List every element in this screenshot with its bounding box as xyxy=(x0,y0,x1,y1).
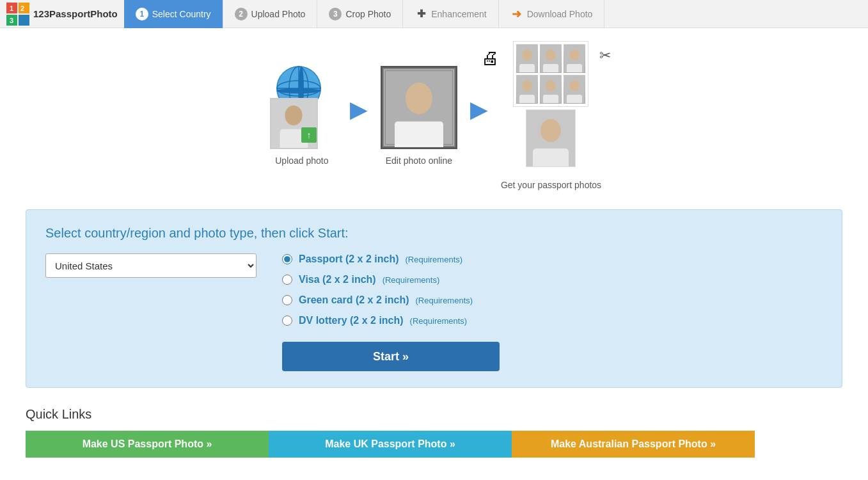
requirements-link-visa[interactable]: (Requirements) xyxy=(383,275,440,285)
requirements-link-green-card[interactable]: (Requirements) xyxy=(416,296,473,305)
svg-point-36 xyxy=(569,80,580,92)
svg-rect-40 xyxy=(533,148,569,166)
selection-title: Select country/region and photo type, th… xyxy=(45,226,823,241)
country-select[interactable]: United States Australia United Kingdom C… xyxy=(45,253,256,278)
flow-step-passport-label: Get your passport photos xyxy=(501,180,601,190)
nav-step-label-upload-photo: Upload Photo xyxy=(251,9,306,19)
svg-rect-25 xyxy=(543,64,558,72)
radio-passport[interactable] xyxy=(282,254,292,264)
passport-cell xyxy=(564,75,585,104)
logo-icon: 1 2 3 xyxy=(6,3,29,26)
header: 1 2 3 123PassportPhoto 1 Select Country … xyxy=(0,0,868,28)
passport-illustration: 🖨 ✂ xyxy=(513,41,588,167)
quick-link-us-passport[interactable]: Make US Passport Photo » xyxy=(26,431,269,458)
svg-rect-3 xyxy=(19,15,29,26)
printer-icon: 🖨 xyxy=(481,47,499,68)
passport-cell xyxy=(540,44,562,73)
step-num-1: 1 xyxy=(136,8,148,20)
scissors-icon: ✂ xyxy=(599,47,611,64)
svg-point-33 xyxy=(546,80,556,92)
nav-step-crop-photo[interactable]: 3 Crop Photo xyxy=(317,0,403,28)
step-num-plus: ✚ xyxy=(414,8,427,20)
photo-type-row-dv: DV lottery (2 x 2 inch) (Requirements) xyxy=(282,315,500,326)
step-num-arrow: ➜ xyxy=(510,8,523,20)
passport-grid xyxy=(513,41,588,107)
svg-rect-37 xyxy=(567,95,582,103)
passport-cell xyxy=(540,75,562,104)
photo-type-row-greencard: Green card (2 x 2 inch) (Requirements) xyxy=(282,294,500,306)
photo-type-label-dv-lottery[interactable]: DV lottery (2 x 2 inch) xyxy=(299,315,404,326)
photo-type-row-visa: Visa (2 x 2 inch) (Requirements) xyxy=(282,274,500,285)
photo-types: Passport (2 x 2 inch) (Requirements) Vis… xyxy=(282,253,500,371)
flow-arrow-1: ▶ xyxy=(350,96,368,123)
svg-point-17 xyxy=(406,83,432,114)
logo-area[interactable]: 1 2 3 123PassportPhoto xyxy=(6,3,118,26)
passport-cell xyxy=(564,44,585,73)
svg-point-27 xyxy=(569,49,580,61)
svg-point-39 xyxy=(541,119,561,142)
passport-cell xyxy=(516,75,538,104)
nav-step-enhancement[interactable]: ✚ Enhancement xyxy=(403,0,498,28)
flow-step-edit: Edit photo online xyxy=(381,66,457,166)
logo-text: 123PassportPhoto xyxy=(33,8,118,19)
radio-visa[interactable] xyxy=(282,275,292,285)
nav-step-label-crop-photo: Crop Photo xyxy=(345,9,391,19)
start-button[interactable]: Start » xyxy=(282,342,500,371)
upload-illustration: ↑ xyxy=(267,66,337,149)
edit-illustration xyxy=(381,66,457,149)
svg-text:1: 1 xyxy=(10,4,13,12)
step-num-3: 3 xyxy=(329,8,342,20)
photo-type-label-visa[interactable]: Visa (2 x 2 inch) xyxy=(299,274,376,285)
passport-cell xyxy=(516,44,538,73)
nav-step-download-photo[interactable]: ➜ Download Photo xyxy=(499,0,605,28)
country-selector-wrapper: United States Australia United Kingdom C… xyxy=(45,253,256,278)
step-num-2: 2 xyxy=(235,8,248,20)
person-thumbnail: ↑ xyxy=(270,98,318,149)
nav-step-label-enhancement: Enhancement xyxy=(431,9,486,19)
requirements-link-dv-lottery[interactable]: (Requirements) xyxy=(410,316,468,326)
nav-step-upload-photo[interactable]: 2 Upload Photo xyxy=(223,0,318,28)
nav-step-select-country[interactable]: 1 Select Country xyxy=(124,0,223,28)
quick-links-title: Quick Links xyxy=(26,407,842,422)
svg-rect-31 xyxy=(519,95,535,103)
photo-type-label-green-card[interactable]: Green card (2 x 2 inch) xyxy=(299,294,409,306)
flow-diagram: ↑ Upload photo ▶ Edit photo online ▶ xyxy=(26,41,842,190)
svg-rect-22 xyxy=(519,64,535,72)
upload-arrow-icon: ↑ xyxy=(301,127,317,143)
svg-point-24 xyxy=(546,49,556,61)
svg-text:2: 2 xyxy=(20,4,24,12)
quick-links-section: Quick Links Make US Passport Photo » Mak… xyxy=(26,407,842,458)
quick-links-row: Make US Passport Photo » Make UK Passpor… xyxy=(26,431,755,458)
selection-body: United States Australia United Kingdom C… xyxy=(45,253,823,371)
svg-point-21 xyxy=(522,49,532,61)
svg-point-30 xyxy=(522,80,532,92)
flow-step-upload: ↑ Upload photo xyxy=(267,66,337,166)
quick-link-australian-passport[interactable]: Make Australian Passport Photo » xyxy=(512,431,755,458)
main-content: ↑ Upload photo ▶ Edit photo online ▶ xyxy=(0,28,868,470)
svg-rect-28 xyxy=(567,64,582,72)
flow-step-upload-label: Upload photo xyxy=(275,156,328,166)
photo-type-label-passport[interactable]: Passport (2 x 2 inch) xyxy=(299,253,399,265)
radio-dv-lottery[interactable] xyxy=(282,316,292,326)
svg-text:3: 3 xyxy=(10,17,13,24)
flow-step-edit-label: Edit photo online xyxy=(386,156,452,166)
radio-green-card[interactable] xyxy=(282,295,292,305)
flow-step-passport: 🖨 ✂ Get your passport photos xyxy=(501,41,601,190)
svg-rect-34 xyxy=(543,95,558,103)
nav-step-label-download-photo: Download Photo xyxy=(527,9,593,19)
svg-point-13 xyxy=(285,105,302,125)
nav-steps: 1 Select Country 2 Upload Photo 3 Crop P… xyxy=(124,0,605,28)
flow-arrow-2: ▶ xyxy=(470,96,488,123)
nav-step-label-select-country: Select Country xyxy=(152,9,211,19)
requirements-link-passport[interactable]: (Requirements) xyxy=(406,255,463,264)
photo-type-row-passport: Passport (2 x 2 inch) (Requirements) xyxy=(282,253,500,265)
selection-panel: Select country/region and photo type, th… xyxy=(26,209,842,388)
passport-single xyxy=(526,109,576,167)
quick-link-uk-passport[interactable]: Make UK Passport Photo » xyxy=(269,431,512,458)
